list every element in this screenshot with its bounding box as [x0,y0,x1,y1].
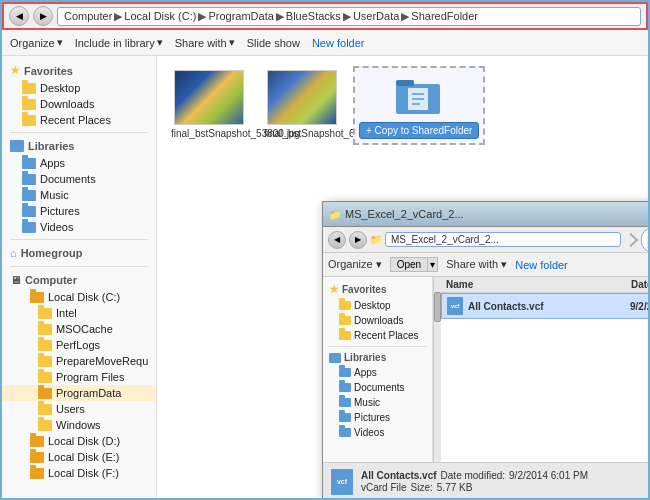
sep-3: ▶ [343,10,351,23]
inner-dialog: 📁 MS_Excel_2_vCard_2... ─ □ ✕ ◀ ▶ 📁 MS_E… [322,201,648,498]
sidebar-item-intel[interactable]: Intel [2,305,156,321]
sidebar-item-program-files[interactable]: Program Files [2,369,156,385]
sidebar-item-recent-places[interactable]: Recent Places [2,112,156,128]
sidebar-item-programdata[interactable]: ProgramData [2,385,156,401]
dialog-favorites-section: ★ Favorites Desktop Downloads [323,281,432,343]
dialog-path[interactable]: MS_Excel_2_vCard_2... [385,232,621,247]
dialog-sidebar-downloads[interactable]: Downloads [323,313,432,328]
folder-icon [22,158,36,169]
folder-icon [22,99,36,110]
dialog-search-box[interactable]: Search MS_Excel_2_vCard_2_9_2014_18... 🔍 [641,228,648,252]
folder-icon [38,404,52,415]
folder-icon-open [38,388,52,399]
path-part-2: ProgramData [208,10,273,22]
divider-1 [10,132,148,133]
dialog-forward-button[interactable]: ▶ [349,231,367,249]
dialog-sidebar-documents[interactable]: Documents [323,380,432,395]
folder-icon [339,301,351,310]
back-button[interactable]: ◀ [9,6,29,26]
sidebar-item-preparemove[interactable]: PrepareMoveRequ [2,353,156,369]
path-part-4: UserData [353,10,399,22]
dialog-folder-icon: 📁 [329,209,341,220]
file-area: final_bstSnapshot_53800.jpg final_bstSna… [157,56,648,498]
file-name: All Contacts.vcf [468,301,625,312]
drive-icon [30,292,44,303]
dialog-libraries-header: Libraries [323,350,432,365]
sidebar-item-music[interactable]: Music [2,187,156,203]
dialog-title-left: 📁 MS_Excel_2_vCard_2... [329,208,464,220]
share-with-button[interactable]: Share with ▾ [175,36,235,49]
sidebar-item-local-d[interactable]: Local Disk (D:) [2,433,156,449]
dialog-organize-button[interactable]: Organize ▾ [328,258,382,271]
status-type: vCard File [361,482,407,493]
sidebar-item-downloads[interactable]: Downloads [2,96,156,112]
folder-icon [38,340,52,351]
dialog-sidebar-recent[interactable]: Recent Places [323,328,432,343]
content-area: ★ Favorites Desktop Downloads Recent Pla… [2,56,648,498]
scroll-thumb[interactable] [434,292,441,322]
shared-folder-item[interactable]: + Copy to SharedFolder [353,66,485,145]
homegroup-section: ⌂ Homegroup [2,244,156,262]
dialog-sidebar-apps[interactable]: Apps [323,365,432,380]
status-date-label: Date modified: [441,470,505,481]
dialog-favorites-header: ★ Favorites [323,281,432,298]
folder-icon [38,420,52,431]
slideshow-button[interactable]: Slide show [247,37,300,49]
dialog-sidebar-pictures[interactable]: Pictures [323,410,432,425]
sidebar-item-apps[interactable]: Apps [2,155,156,171]
sidebar-item-perflogs[interactable]: PerfLogs [2,337,156,353]
thumbnail-item-1[interactable]: final_bstSnapshot_53800.jpg [167,66,250,143]
thumbnail-item-2[interactable]: final_bstSnapshot_60786.jpg [260,66,343,143]
path-part-5: SharedFolder [411,10,478,22]
dialog-sidebar-videos[interactable]: Videos [323,425,432,440]
dialog-open-button[interactable]: Open [390,257,428,272]
homegroup-header: ⌂ Homegroup [2,244,156,262]
sidebar-item-desktop[interactable]: Desktop [2,80,156,96]
status-line-2: vCard File Size: 5.77 KB [361,482,588,493]
file-item-vcf[interactable]: vcf All Contacts.vcf 9/2/2014 6:01 PM [441,293,648,319]
dialog-statusbar: vcf All Contacts.vcf Date modified: 9/2/… [323,462,648,498]
dialog-new-folder-button[interactable]: New folder [515,259,568,271]
shared-folder-icon [394,72,444,117]
organize-button[interactable]: Organize ▾ [10,36,63,49]
dialog-open-dropdown[interactable]: ▾ [428,257,438,272]
path-part-0: Computer [64,10,112,22]
address-path[interactable]: Computer ▶ Local Disk (C:) ▶ ProgramData… [57,7,641,26]
copy-to-button[interactable]: + Copy to SharedFolder [359,122,479,139]
file-date: 9/2/2014 6:01 PM [630,301,648,312]
sidebar-scrollbar[interactable] [433,277,441,462]
thumbnail-image-2 [267,70,337,125]
folder-icon [339,413,351,422]
sep-0: ▶ [114,10,122,23]
sidebar-item-local-e[interactable]: Local Disk (E:) [2,449,156,465]
dialog-divider [328,346,427,347]
forward-button[interactable]: ▶ [33,6,53,26]
dialog-share-button[interactable]: Share with ▾ [446,258,507,271]
path-part-3: BlueStacks [286,10,341,22]
dialog-open-button-group: Open ▾ [390,257,438,272]
dialog-title: MS_Excel_2_vCard_2... [345,208,464,220]
computer-section: 🖥 Computer Local Disk (C:) Intel MSOCach… [2,271,156,481]
dialog-sidebar-desktop[interactable]: Desktop [323,298,432,313]
folder-icon [22,115,36,126]
folder-icon [38,356,52,367]
include-library-button[interactable]: Include in library ▾ [75,36,163,49]
sidebar-item-local-f[interactable]: Local Disk (F:) [2,465,156,481]
svg-rect-1 [396,80,414,86]
sidebar-item-users[interactable]: Users [2,401,156,417]
dialog-sidebar-music[interactable]: Music [323,395,432,410]
folder-icon [22,83,36,94]
dialog-back-button[interactable]: ◀ [328,231,346,249]
folder-icon [339,383,351,392]
sidebar-item-documents[interactable]: Documents [2,171,156,187]
new-folder-button[interactable]: New folder [312,37,365,49]
vcf-file-icon: vcf [447,297,463,315]
sidebar-item-pictures[interactable]: Pictures [2,203,156,219]
libraries-header: Libraries [2,137,156,155]
sidebar-item-msocache[interactable]: MSOCache [2,321,156,337]
sidebar-item-videos[interactable]: Videos [2,219,156,235]
sidebar-item-windows[interactable]: Windows [2,417,156,433]
path-part-1: Local Disk (C:) [124,10,196,22]
status-filename: All Contacts.vcf [361,470,437,481]
sidebar-item-local-c[interactable]: Local Disk (C:) [2,289,156,305]
